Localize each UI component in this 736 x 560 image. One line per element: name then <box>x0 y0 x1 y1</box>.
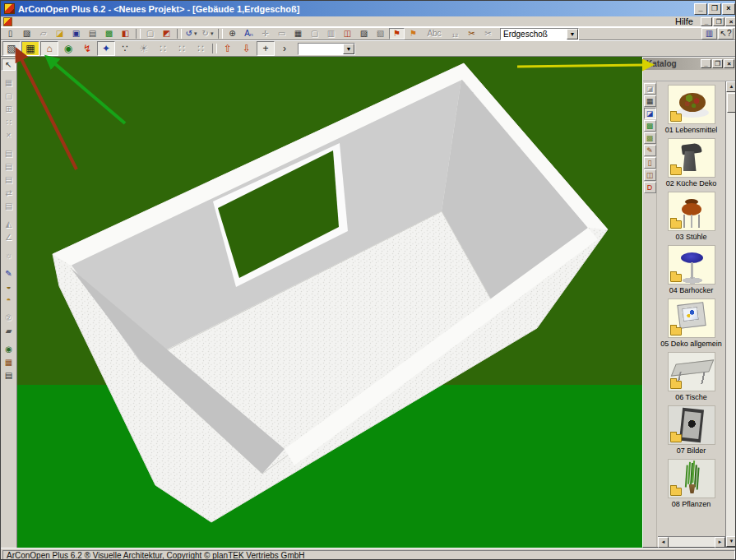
light-tool[interactable]: ☼ <box>2 249 16 261</box>
storey-up-button[interactable]: ⇧ <box>219 41 237 56</box>
catalog-restore-button[interactable]: ❐ <box>712 59 723 68</box>
copy-style-tool[interactable]: ② <box>2 312 16 324</box>
menu-item[interactable] <box>25 16 35 27</box>
move-points-tool[interactable]: ∷ <box>2 116 16 128</box>
view-3d-button[interactable]: ◧ <box>118 28 133 39</box>
catalog-toggle-button[interactable]: ▥ <box>701 28 717 39</box>
scroll-right-icon[interactable]: ► <box>715 537 725 548</box>
mdi-restore-button[interactable]: ❐ <box>713 17 724 26</box>
viewpoint-1-button[interactable]: ∷ <box>154 41 172 56</box>
viewpoint-2-button[interactable]: ∷ <box>173 41 191 56</box>
menu-item[interactable] <box>74 16 84 27</box>
mirror-tool[interactable]: ◭ <box>2 218 16 230</box>
catalog-item-kueche-deko[interactable]: 02 Küche Deko <box>657 138 725 187</box>
raster-button[interactable]: ▥ <box>323 28 339 39</box>
flag-red-button[interactable]: ⚑ <box>389 28 405 39</box>
menu-item[interactable] <box>54 16 64 27</box>
dimension-text-button[interactable]: ₁₂ <box>447 28 463 39</box>
mdi-close-button[interactable]: × <box>725 17 736 26</box>
catalog-menu-item[interactable] <box>653 70 663 81</box>
catalog-item-stuehle[interactable]: 03 Stühle <box>657 192 725 241</box>
hatching-button[interactable]: ▨ <box>356 28 372 39</box>
swap-tool[interactable]: ⇄ <box>2 187 16 199</box>
paint-bucket-tool[interactable]: ◓ <box>2 294 16 306</box>
select-frame-tool[interactable]: ▢ <box>2 90 16 102</box>
catalog-materials-button[interactable]: ▩ <box>644 132 656 144</box>
edit-attributes-3-tool[interactable]: ▤ <box>2 174 16 186</box>
catalog-item-thumbnail[interactable] <box>668 459 715 498</box>
scroll-up-icon[interactable]: ▲ <box>726 81 736 92</box>
flag-orange-button[interactable]: ⚑ <box>405 28 421 39</box>
redo-button[interactable]: ↻ <box>200 28 215 39</box>
menu-item[interactable] <box>35 16 44 27</box>
catalog-item-thumbnail[interactable] <box>668 245 715 285</box>
outline-button[interactable]: ▧ <box>373 28 388 39</box>
scrollbar-thumb[interactable] <box>727 93 736 113</box>
catalog-item-thumbnail[interactable] <box>668 138 715 178</box>
catalog-d-button[interactable]: D <box>644 182 656 193</box>
catalog-item-barhocker[interactable]: 04 Barhocker <box>657 245 725 294</box>
menu-item[interactable] <box>84 16 94 27</box>
globe-view-button[interactable]: ◉ <box>59 41 77 56</box>
menu-item[interactable] <box>44 16 54 27</box>
edit-attributes-2-tool[interactable]: ▤ <box>2 160 16 173</box>
catalog-item-bilder[interactable]: 07 Bilder <box>657 405 725 455</box>
delete-tool[interactable]: × <box>2 129 16 141</box>
catalog-item-deko-allgemein[interactable]: 05 Deko allgemein <box>657 299 725 348</box>
undo-button[interactable]: ↺ <box>183 28 199 39</box>
print-button[interactable]: ▤ <box>85 28 100 39</box>
save-project-button[interactable]: ▣ <box>68 28 84 39</box>
open-recent-button[interactable]: ▱ <box>35 28 51 39</box>
cut-button[interactable]: ✂ <box>480 28 496 39</box>
catalog-windows-button[interactable]: ◫ <box>644 169 656 181</box>
storeys-tool[interactable]: ▦ <box>2 356 16 368</box>
catalog-item-thumbnail[interactable] <box>668 352 715 391</box>
viewport-3d[interactable] <box>17 57 642 548</box>
storey-down-button[interactable]: ⇩ <box>238 41 256 56</box>
measure-button[interactable]: ✛ <box>257 28 273 39</box>
scroll-down-icon[interactable]: ▼ <box>726 536 736 547</box>
catalog-objects-button[interactable]: ◪ <box>644 108 656 119</box>
catalog-item-lebensmittel[interactable]: 01 Lebensmittel <box>657 85 725 134</box>
eraser-tool[interactable]: ▰ <box>2 325 16 337</box>
catalog-item-pflanzen[interactable]: 08 Pflanzen <box>657 459 725 508</box>
catalog-horizontal-scrollbar[interactable]: ◄ ► <box>658 536 725 547</box>
menu-item[interactable] <box>104 16 113 27</box>
paint-can-tool[interactable]: ◒ <box>2 280 16 293</box>
close-button[interactable]: × <box>722 3 735 15</box>
project-image-button[interactable]: ▩ <box>101 28 117 39</box>
catalog-dropper-button[interactable]: ✎ <box>644 145 656 156</box>
guides-button[interactable]: ◫ <box>340 28 355 39</box>
menu-item[interactable] <box>113 16 123 27</box>
catalog-title-bar[interactable]: Katalog _ ❐ × <box>643 58 736 70</box>
new-project-button[interactable]: ▯ <box>2 28 18 39</box>
menu-item[interactable] <box>64 16 74 27</box>
view-dropdown[interactable]: ▼ <box>298 43 355 55</box>
restore-button[interactable]: ❐ <box>708 3 721 15</box>
catalog-item-thumbnail[interactable] <box>668 299 715 338</box>
dropdown-arrow-icon[interactable]: ▼ <box>343 44 354 54</box>
dropdown-arrow-icon[interactable]: ▼ <box>567 29 578 39</box>
design-mode-button[interactable]: ▦ <box>21 41 39 56</box>
catalog-item-thumbnail[interactable] <box>668 192 715 231</box>
camera-tool[interactable]: ◉ <box>2 343 16 355</box>
expand-button[interactable]: › <box>275 41 294 56</box>
object-list-tool[interactable]: ▤ <box>2 369 16 382</box>
open-project-button[interactable]: ◪ <box>52 28 67 39</box>
catalog-item-thumbnail[interactable] <box>668 405 715 445</box>
catalog-textures-button[interactable]: ▩ <box>644 120 656 132</box>
angle-tool[interactable]: ∠ <box>2 231 16 243</box>
refresh-view-button[interactable]: ↯ <box>78 41 96 56</box>
catalog-minimize-button[interactable]: _ <box>701 59 711 68</box>
grid-button[interactable]: ▦ <box>290 28 306 39</box>
scroll-left-icon[interactable]: ◄ <box>658 537 669 548</box>
search-text-button[interactable]: Aₙ <box>241 28 257 39</box>
check-tool[interactable]: ▤ <box>2 200 16 212</box>
construction-mode-button[interactable]: ▧ <box>2 41 21 56</box>
catalog-vertical-scrollbar[interactable]: ▲ ▼ <box>725 81 736 547</box>
minimize-button[interactable]: _ <box>694 3 707 15</box>
catalog-item-thumbnail[interactable] <box>668 85 715 124</box>
catalog-close-button[interactable]: × <box>724 59 734 68</box>
window-layout-button[interactable]: ▢ <box>142 28 158 39</box>
mdi-minimize-button[interactable]: _ <box>701 17 712 26</box>
